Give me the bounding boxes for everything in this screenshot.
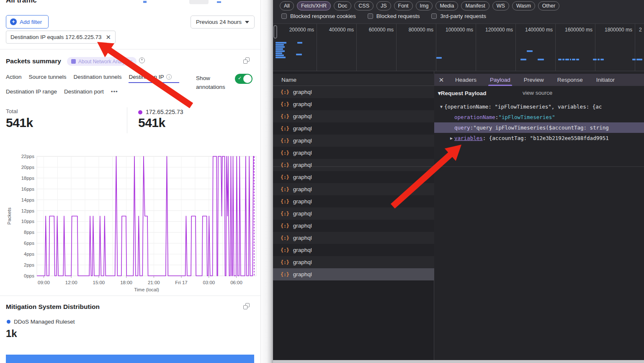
name-column-label: Name — [281, 77, 296, 83]
tab-action[interactable]: Action — [6, 74, 22, 83]
request-row-graphql[interactable]: {:}graphql — [273, 195, 434, 207]
request-payload-header[interactable]: ▾Request Payload — [438, 90, 487, 96]
filter-pill-font[interactable]: Font — [394, 1, 413, 10]
request-name: graphql — [293, 247, 312, 253]
checkbox-icon[interactable] — [431, 13, 437, 19]
checkbox-blocked-response-cookies[interactable]: Blocked response cookies — [281, 13, 356, 19]
request-row-graphql[interactable]: {:}graphql — [273, 110, 434, 122]
tab-destination-port[interactable]: Destination port — [64, 88, 104, 98]
filter-pill-js[interactable]: JS — [376, 1, 391, 10]
stat-ip-row: 172.65.225.73 — [138, 108, 183, 116]
filter-pill-img[interactable]: Img — [416, 1, 433, 10]
payload-line[interactable]: ▼{operationName: "ipFlowTimeseries", var… — [434, 101, 644, 112]
clipped-header-glyph — [217, 1, 221, 3]
payload-token: query — [454, 124, 470, 131]
request-timing-mark — [276, 46, 285, 48]
checkbox-blocked-requests[interactable]: Blocked requests — [368, 13, 420, 19]
request-timing-mark — [565, 59, 569, 60]
stat-ip-value: 541k — [138, 116, 165, 130]
mitigation-legend: DDoS Managed Ruleset — [7, 319, 75, 325]
payload-line[interactable]: operationName: "ipFlowTimeseries" — [434, 112, 644, 122]
payload-line[interactable]: ▶variables: {accountTag: "b12e3b2192ee55… — [434, 133, 644, 143]
about-network-analytics-badge[interactable]: About Network Analytics — [67, 57, 137, 66]
request-row-graphql[interactable]: {:}graphql — [273, 135, 434, 147]
network-overview-timeline[interactable]: 200000 ms400000 ms600000 ms800000 ms1000… — [273, 24, 644, 71]
remove-filter-icon[interactable]: ✕ — [106, 34, 111, 40]
request-name: graphql — [293, 271, 312, 277]
packets-timeseries-chart[interactable]: 22pps20pps18pps16pps14pps12pps10pps8pps6… — [6, 153, 261, 292]
timeline-tick-label: 800000 ms — [409, 27, 433, 33]
view-source-link[interactable]: view source — [523, 90, 552, 96]
checkbox-icon[interactable] — [281, 13, 287, 19]
detail-tab-payload[interactable]: Payload — [483, 74, 517, 86]
packets-summary-title: Packets summary — [6, 57, 61, 65]
expand-icon[interactable] — [243, 303, 250, 309]
add-filter-button[interactable]: + Add filter — [6, 15, 49, 29]
analytics-panel: All traffic + Add filter Previous 24 hou… — [0, 0, 260, 363]
filter-pill-css[interactable]: CSS — [354, 1, 374, 10]
request-row-graphql[interactable]: {:}graphql — [273, 86, 434, 98]
checkbox-icon[interactable] — [368, 13, 373, 19]
more-tabs-button[interactable]: ••• — [111, 88, 118, 98]
request-row-graphql[interactable]: {:}graphql — [273, 256, 434, 268]
timeline-drag-handle[interactable] — [273, 25, 277, 39]
svg-text:0pps: 0pps — [24, 273, 34, 278]
request-row-graphql[interactable]: {:}graphql — [273, 244, 434, 256]
tab-destination-tunnels[interactable]: Destination tunnels — [74, 74, 122, 83]
request-row-graphql[interactable]: {:}graphql — [273, 183, 434, 195]
filter-chip-label: Destination IP equals 172.65.225.73 — [10, 34, 101, 40]
detail-tab-headers[interactable]: Headers — [448, 74, 483, 86]
mitigation-bar[interactable] — [6, 355, 254, 363]
timeline-tick-label: 200000 ms — [289, 27, 314, 33]
payload-line[interactable]: query: "query ipFlowTimeseries($accountT… — [434, 122, 644, 133]
request-row-graphql[interactable]: {:}graphql — [273, 98, 434, 110]
filter-pill-media[interactable]: Media — [435, 1, 458, 10]
svg-text:18:00: 18:00 — [120, 280, 132, 285]
request-name: graphql — [293, 198, 312, 205]
request-row-graphql[interactable]: {:}graphql — [273, 122, 434, 135]
timeline-gridline — [635, 24, 635, 71]
detail-tab-response[interactable]: Response — [551, 74, 590, 86]
request-row-graphql[interactable]: {:}graphql — [273, 159, 434, 171]
filter-pill-wasm[interactable]: Wasm — [512, 1, 535, 10]
request-timing-mark — [520, 59, 526, 60]
expander-caret-icon[interactable]: ▶ — [448, 136, 454, 140]
filter-pill-all[interactable]: All — [280, 1, 294, 10]
filter-pill-doc[interactable]: Doc — [334, 1, 351, 10]
request-row-graphql[interactable]: {:}graphql — [273, 268, 434, 280]
request-row-graphql[interactable]: {:}graphql — [273, 147, 434, 159]
expander-caret-icon[interactable]: ▼ — [438, 104, 444, 109]
detail-tab-preview[interactable]: Preview — [517, 74, 551, 86]
svg-text:10pps: 10pps — [21, 219, 35, 224]
filter-pill-other[interactable]: Other — [538, 1, 559, 10]
request-row-graphql[interactable]: {:}graphql — [273, 207, 434, 220]
expand-icon[interactable] — [243, 57, 250, 64]
request-timing-mark — [276, 54, 284, 56]
timeline-gridline — [396, 24, 397, 71]
window-bottom-edge — [273, 360, 644, 363]
show-annotations-toggle[interactable]: ✓ — [235, 74, 252, 84]
time-range-dropdown[interactable]: Previous 24 hours — [191, 16, 255, 29]
request-row-graphql[interactable]: {:}graphql — [273, 232, 434, 244]
checkbox-3rd-party-requests[interactable]: 3rd-party requests — [431, 13, 486, 19]
request-detail-pane: ✕ HeadersPayloadPreviewResponseInitiator… — [434, 71, 644, 363]
tab-source-tunnels[interactable]: Source tunnels — [29, 74, 67, 83]
detail-tab-initiator[interactable]: Initiator — [590, 74, 621, 86]
filter-chip[interactable]: Destination IP equals 172.65.225.73 ✕ — [6, 31, 116, 44]
filter-pill-ws[interactable]: WS — [492, 1, 509, 10]
tab-destination-ip[interactable]: Destination IPi — [129, 74, 172, 83]
filter-pill-manifest[interactable]: Manifest — [461, 1, 489, 10]
request-row-graphql[interactable]: {:}graphql — [273, 220, 434, 232]
name-column-header[interactable]: Name — [273, 74, 434, 86]
request-row-graphql[interactable]: {:}graphql — [273, 171, 434, 183]
close-icon[interactable]: ✕ — [434, 74, 448, 86]
tab-destination-ip-range[interactable]: Destination IP range — [6, 88, 57, 98]
svg-text:2pps: 2pps — [24, 262, 34, 267]
divider — [0, 49, 260, 49]
filter-pill-fetch-xhr[interactable]: Fetch/XHR — [297, 1, 331, 10]
mitigation-legend-label: DDoS Managed Ruleset — [14, 319, 75, 325]
info-icon: i — [166, 74, 172, 80]
plus-icon: + — [10, 18, 17, 25]
request-name: graphql — [293, 113, 312, 119]
dimension-tabs-row1: ActionSource tunnelsDestination tunnelsD… — [6, 74, 172, 83]
